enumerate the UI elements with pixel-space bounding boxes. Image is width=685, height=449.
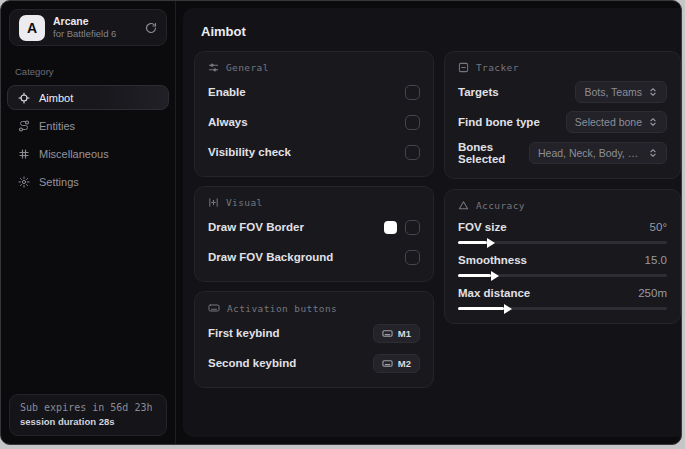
- slider-smoothness: Smoothness 15.0: [458, 254, 667, 277]
- card-title: Visual: [226, 197, 263, 208]
- first-keybind-button[interactable]: M1: [373, 324, 420, 343]
- adjust-icon: [208, 197, 219, 208]
- sidebar-item-aimbot[interactable]: Aimbot: [7, 85, 169, 110]
- page-title: Aimbot: [194, 16, 681, 51]
- setting-row-first-keybind: First keybind M1: [208, 322, 420, 344]
- setting-row-fov-border: Draw FOV Border: [208, 216, 420, 238]
- sidebar-item-label: Miscellaneous: [39, 148, 109, 160]
- setting-row-find-bone-type: Find bone type Selected bone: [458, 111, 667, 133]
- app-window: A Arcane for Battlefield 6 Category: [0, 0, 682, 445]
- sidebar-item-settings[interactable]: Settings: [7, 169, 169, 194]
- smoothness-value: 15.0: [645, 254, 667, 266]
- visibility-check-checkbox[interactable]: [405, 145, 420, 160]
- bones-selected-select[interactable]: Head, Neck, Body, Pe..: [529, 142, 667, 164]
- fov-size-value: 50°: [650, 221, 667, 233]
- session-duration-text: session duration 28s: [20, 416, 156, 427]
- main-area: Aimbot General: [176, 1, 682, 444]
- content-panel: Aimbot General: [183, 8, 682, 437]
- category-label: Category: [15, 66, 161, 77]
- keyboard-icon: [382, 358, 393, 369]
- chevrons-up-down-icon: [648, 148, 658, 158]
- sidebar-menu: Aimbot Entities Miscella: [1, 85, 175, 197]
- card-title: Tracker: [476, 62, 519, 73]
- card-title: Activation buttons: [227, 303, 337, 314]
- enable-checkbox[interactable]: [405, 85, 420, 100]
- app-name: Arcane: [53, 15, 137, 28]
- slider-thumb[interactable]: [491, 271, 499, 281]
- fov-size-slider[interactable]: [458, 241, 667, 244]
- fov-border-color-swatch[interactable]: [384, 221, 397, 234]
- fov-background-checkbox[interactable]: [405, 250, 420, 265]
- card-title: General: [226, 62, 269, 73]
- max-distance-value: 250m: [638, 287, 667, 299]
- card-visual: Visual Draw FOV Border Draw FOV Backgrou…: [194, 186, 434, 282]
- sliders-icon: [208, 62, 219, 73]
- slider-fov-size: FOV size 50°: [458, 221, 667, 244]
- sidebar-item-label: Entities: [39, 120, 75, 132]
- triangle-icon: [458, 200, 469, 211]
- card-tracker: Tracker Targets Bots, Teams: [444, 51, 681, 179]
- keyboard-icon: [208, 302, 220, 314]
- second-keybind-button[interactable]: M2: [373, 354, 420, 373]
- setting-row-enable: Enable: [208, 81, 420, 103]
- setting-row-bones-selected: Bones Selected Head, Neck, Body, Pe..: [458, 141, 667, 165]
- app-name-block: Arcane for Battlefield 6: [53, 15, 137, 40]
- setting-row-second-keybind: Second keybind M2: [208, 352, 420, 374]
- tracker-icon: [458, 62, 469, 73]
- card-general: General Enable Always Visibility check: [194, 51, 434, 177]
- card-accuracy: Accuracy FOV size 50°: [444, 189, 681, 324]
- chevrons-up-down-icon: [648, 87, 658, 97]
- targets-select[interactable]: Bots, Teams: [575, 81, 667, 103]
- sub-expiry-text: Sub expires in 56d 23h: [20, 402, 156, 413]
- sidebar-item-miscellaneous[interactable]: Miscellaneous: [7, 141, 169, 166]
- slider-thumb[interactable]: [487, 238, 495, 248]
- card-activation-buttons: Activation buttons First keybind M1: [194, 291, 434, 388]
- setting-row-always: Always: [208, 111, 420, 133]
- keyboard-icon: [382, 328, 393, 339]
- setting-row-visibility-check: Visibility check: [208, 141, 420, 163]
- entities-icon: [18, 120, 30, 132]
- always-checkbox[interactable]: [405, 115, 420, 130]
- smoothness-slider[interactable]: [458, 274, 667, 277]
- fov-border-checkbox[interactable]: [405, 220, 420, 235]
- crosshair-icon: [18, 92, 30, 104]
- slider-thumb[interactable]: [504, 304, 512, 314]
- card-title: Accuracy: [476, 200, 525, 211]
- sidebar-item-label: Settings: [39, 176, 79, 188]
- slider-max-distance: Max distance 250m: [458, 287, 667, 310]
- max-distance-slider[interactable]: [458, 307, 667, 310]
- grid-hash-icon: [18, 148, 30, 160]
- chevrons-up-down-icon: [648, 117, 658, 127]
- gear-icon: [18, 176, 30, 188]
- setting-row-targets: Targets Bots, Teams: [458, 81, 667, 103]
- sidebar-item-label: Aimbot: [39, 92, 73, 104]
- find-bone-type-select[interactable]: Selected bone: [566, 111, 667, 133]
- sidebar: A Arcane for Battlefield 6 Category: [1, 1, 176, 444]
- app-logo: A: [19, 15, 45, 41]
- sidebar-item-entities[interactable]: Entities: [7, 113, 169, 138]
- app-header: A Arcane for Battlefield 6: [9, 9, 167, 46]
- refresh-icon[interactable]: [145, 22, 157, 34]
- setting-row-fov-background: Draw FOV Background: [208, 246, 420, 268]
- app-subtitle: for Battlefield 6: [53, 28, 137, 40]
- subscription-status: Sub expires in 56d 23h session duration …: [9, 394, 167, 436]
